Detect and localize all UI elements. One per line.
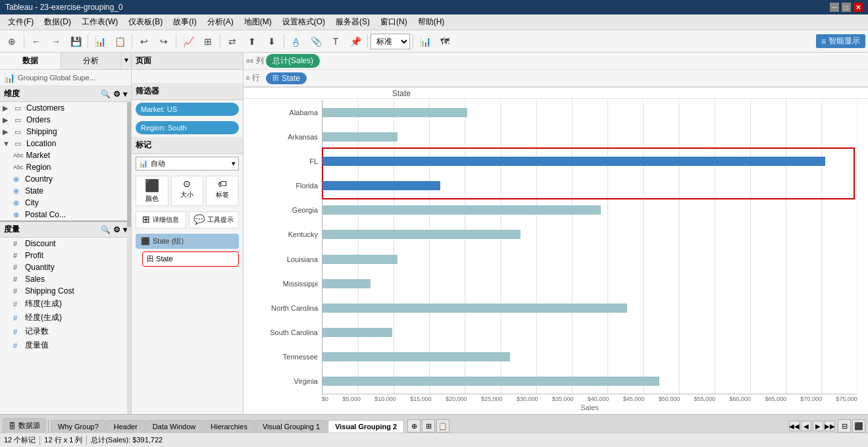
dim-group-location-header[interactable]: ▼ ▭ Location xyxy=(0,138,131,149)
filter-region[interactable]: Region: South xyxy=(136,121,239,134)
menu-help[interactable]: 帮助(H) xyxy=(413,15,450,29)
minimize-button[interactable]: ─ xyxy=(830,3,839,12)
bar-row-8[interactable] xyxy=(322,303,857,313)
bar-row-2[interactable] xyxy=(322,156,857,167)
page-next[interactable]: ▶ xyxy=(813,421,823,431)
bar-row-5[interactable] xyxy=(322,229,857,240)
state-inner-pill[interactable]: 田 State xyxy=(142,251,239,267)
measure-item-value[interactable]: # 度量值 xyxy=(0,338,131,352)
dim-item-state[interactable]: ⊕ State xyxy=(0,185,131,197)
toolbar-map-icon[interactable]: 🗺 xyxy=(436,33,454,50)
scrollbar-thumb[interactable] xyxy=(127,102,131,227)
close-button[interactable]: ✕ xyxy=(854,3,863,12)
left-panel-dropdown[interactable]: ▾ xyxy=(122,53,131,69)
toolbar-swap[interactable]: ⇄ xyxy=(223,33,242,50)
tab-visual-grouping-2[interactable]: Visual Grouping 2 xyxy=(328,420,404,433)
duplicate-sheet-icon[interactable]: ⊞ xyxy=(422,419,435,433)
toolbar-forward[interactable]: → xyxy=(47,33,65,50)
measure-item-lon[interactable]: # 经度(生成) xyxy=(0,311,131,325)
sheet-expand-icon[interactable]: ⬛ xyxy=(852,419,865,433)
menu-data[interactable]: 数据(D) xyxy=(39,15,76,29)
toolbar-redo[interactable]: ↪ xyxy=(155,33,173,50)
toolbar-text[interactable]: T xyxy=(326,33,345,50)
toolbar-bar[interactable]: 📊 xyxy=(416,33,434,50)
measure-item-discount[interactable]: # Discount xyxy=(0,238,131,250)
menu-story[interactable]: 故事(I) xyxy=(168,15,201,29)
menu-format[interactable]: 设置格式(O) xyxy=(277,15,330,29)
bar-row-4[interactable] xyxy=(322,205,857,215)
measure-item-records[interactable]: # 记录数 xyxy=(0,325,131,338)
toolbar-copy[interactable]: 📋 xyxy=(111,33,129,50)
measure-item-profit[interactable]: # Profit xyxy=(0,250,131,261)
toolbar-back[interactable]: ← xyxy=(27,33,45,50)
menu-window[interactable]: 窗口(N) xyxy=(375,15,413,29)
mark-size[interactable]: ⊙ 大小 xyxy=(171,176,204,206)
tab-analysis[interactable]: 分析 xyxy=(61,53,122,69)
bar-row-9[interactable] xyxy=(322,327,857,338)
dim-group-orders-header[interactable]: ▶ ▭ Orders xyxy=(0,114,131,126)
dim-item-region[interactable]: Abc Region xyxy=(0,161,131,173)
filter-market[interactable]: Market: US xyxy=(136,103,239,116)
toolbar-table[interactable]: ⊞ xyxy=(199,33,217,50)
menu-analysis[interactable]: 分析(A) xyxy=(202,15,239,29)
measure-item-lat[interactable]: # 纬度(生成) xyxy=(0,297,131,311)
bar-row-0[interactable] xyxy=(322,107,857,118)
dim-group-shipping-header[interactable]: ▶ ▭ Shipping xyxy=(0,126,131,138)
tab-visual-grouping-1[interactable]: Visual Grouping 1 xyxy=(255,420,327,433)
mark-label[interactable]: 🏷 标签 xyxy=(206,176,239,206)
toolbar-sort-desc[interactable]: ⬇ xyxy=(263,33,281,50)
toolbar-fit-dropdown[interactable]: 标准 xyxy=(370,34,410,49)
menu-server[interactable]: 服务器(S) xyxy=(330,15,375,29)
bar-row-1[interactable] xyxy=(322,132,857,142)
bar-row-6[interactable] xyxy=(322,254,857,265)
page-first[interactable]: ◀◀ xyxy=(789,421,800,431)
tab-datasource[interactable]: 🗄 数据源 xyxy=(3,418,46,433)
dim-item-country[interactable]: ⊕ Country xyxy=(0,173,131,185)
dim-item-postal[interactable]: ⊕ Postal Co... xyxy=(0,209,131,221)
dim-item-city[interactable]: ⊕ City xyxy=(0,197,131,209)
toolbar-chart[interactable]: 📈 xyxy=(179,33,197,50)
sheet-list-icon[interactable]: ⊟ xyxy=(838,419,851,433)
toolbar-annotate[interactable]: 📎 xyxy=(307,33,325,50)
menu-dashboard[interactable]: 仪表板(B) xyxy=(123,15,168,29)
toolbar-save[interactable]: 💾 xyxy=(66,33,85,50)
tab-hierarchies[interactable]: Hierarchies xyxy=(203,420,255,433)
menu-file[interactable]: 文件(F) xyxy=(3,15,39,29)
measures-add-icon[interactable]: ⚙ xyxy=(113,225,120,234)
menu-map[interactable]: 地图(M) xyxy=(239,15,277,29)
dimensions-collapse-icon[interactable]: ▾ xyxy=(123,90,127,99)
tab-why-group[interactable]: Why Group? xyxy=(51,420,106,433)
toolbar-sort-asc[interactable]: ⬆ xyxy=(243,33,261,50)
dimensions-search-icon[interactable]: 🔍 xyxy=(101,90,111,99)
bar-row-3[interactable] xyxy=(322,180,857,191)
toolbar-highlight[interactable]: A̲ xyxy=(287,33,305,50)
mark-color[interactable]: ⬛ 颜色 xyxy=(136,176,168,206)
dim-item-market[interactable]: Abc Market xyxy=(0,149,131,161)
dimensions-add-icon[interactable]: ⚙ xyxy=(113,90,120,99)
toolbar-home[interactable]: ⊕ xyxy=(3,33,21,50)
cols-pill[interactable]: 总计(Sales) xyxy=(266,54,320,68)
toolbar-undo[interactable]: ↩ xyxy=(135,33,153,50)
marks-type-dropdown[interactable]: 📊 自动 ▾ xyxy=(136,157,239,171)
page-prev[interactable]: ◀ xyxy=(801,421,811,431)
measures-search-icon[interactable]: 🔍 xyxy=(101,225,111,234)
toolbar-new-ds[interactable]: 📊 xyxy=(91,33,109,50)
menu-worksheet[interactable]: 工作表(W) xyxy=(76,15,123,29)
tab-data-window[interactable]: Data Window xyxy=(145,420,203,433)
bar-row-7[interactable] xyxy=(322,278,857,289)
state-group-pill[interactable]: ⬛ State (组) xyxy=(136,234,239,249)
tab-header[interactable]: Header xyxy=(107,420,145,433)
measure-item-sales[interactable]: # Sales xyxy=(0,273,131,285)
maximize-button[interactable]: □ xyxy=(842,3,851,12)
bar-row-10[interactable] xyxy=(322,352,857,362)
mark-tooltip[interactable]: 💬 工具提示 xyxy=(189,211,240,228)
bar-row-11[interactable] xyxy=(322,376,857,386)
measure-item-quantity[interactable]: # Quantity xyxy=(0,261,131,273)
mark-detail[interactable]: ⊞ 详细信息 xyxy=(136,211,186,228)
data-source-item[interactable]: 📊 Grouping Global Supe... xyxy=(0,70,131,86)
smart-show-button[interactable]: ≡ 智能显示 xyxy=(816,34,865,48)
page-last[interactable]: ▶▶ xyxy=(825,421,835,431)
toolbar-pin[interactable]: 📌 xyxy=(346,33,365,50)
measure-item-shipping[interactable]: # Shipping Cost xyxy=(0,285,131,297)
rows-pill[interactable]: 田 State xyxy=(266,72,307,84)
